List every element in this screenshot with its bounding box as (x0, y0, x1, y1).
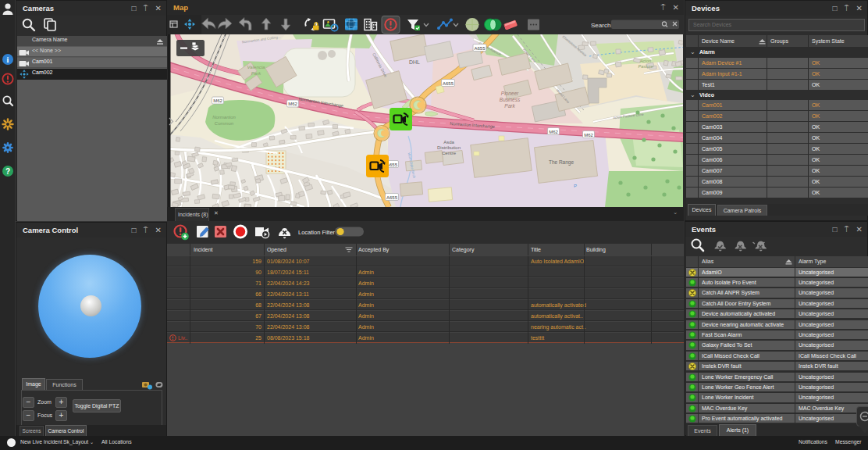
svg-text:P: P (574, 184, 577, 188)
svg-text:Centre: Centre (442, 151, 457, 155)
svg-text:Valencia: Valencia (247, 65, 265, 70)
svg-text:Pasture: Pasture (639, 64, 653, 69)
svg-text:Park: Park (504, 103, 515, 109)
svg-text:M62: M62 (584, 133, 593, 138)
svg-text:Location Filter: Location Filter (298, 229, 336, 236)
svg-text:DHL: DHL (409, 59, 420, 65)
svg-text:Park: Park (251, 71, 261, 76)
svg-text:Distribution: Distribution (437, 145, 461, 150)
svg-text:A655: A655 (443, 81, 454, 86)
svg-text:i: i (7, 55, 9, 64)
svg-text:M62: M62 (288, 102, 297, 106)
svg-text:M62: M62 (213, 98, 222, 103)
svg-text:Business: Business (500, 97, 521, 102)
svg-text:Acton: Acton (639, 59, 651, 63)
svg-text:M62: M62 (549, 130, 558, 134)
svg-text:A655: A655 (474, 46, 486, 51)
svg-text:?: ? (5, 167, 10, 176)
svg-text:Common: Common (215, 121, 234, 126)
svg-text:Normanton: Normanton (212, 115, 236, 120)
svg-text:A655: A655 (386, 195, 398, 200)
svg-text:Pioneer: Pioneer (501, 91, 519, 96)
svg-text:Search: Search (591, 22, 610, 29)
svg-text:Asda: Asda (443, 140, 454, 145)
svg-text:The Range: The Range (549, 159, 575, 166)
